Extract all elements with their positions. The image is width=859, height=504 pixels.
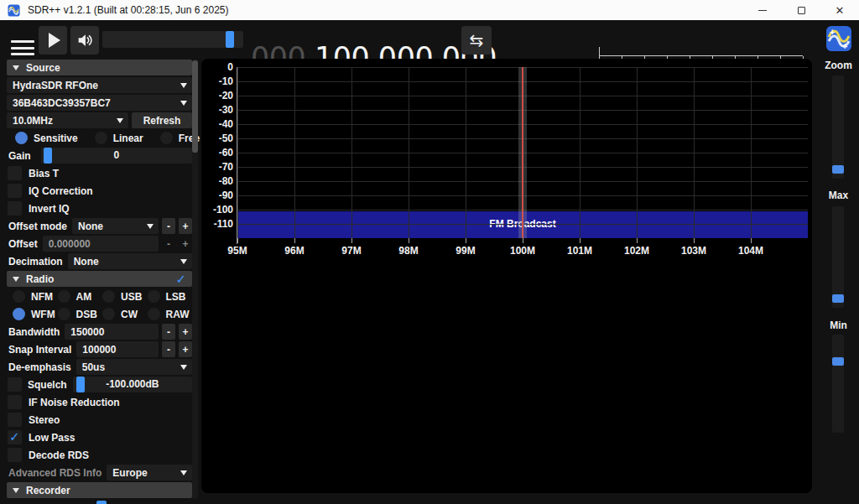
squelch-slider[interactable]: -100.000dB: [73, 377, 192, 392]
tuning-cursor-line[interactable]: [522, 67, 523, 238]
mode-usb[interactable]: USB: [102, 290, 148, 303]
checkbox-row-bias-t[interactable]: Bias T: [7, 165, 192, 181]
radio-enabled-checkbox[interactable]: ✓: [175, 273, 186, 285]
sdrpp-logo-icon: + +: [825, 25, 852, 52]
low-pass-checkbox[interactable]: [8, 430, 22, 444]
minimize-button[interactable]: [743, 0, 782, 20]
gridline-vertical: [580, 67, 580, 238]
max-slider[interactable]: [832, 206, 844, 308]
volume-slider[interactable]: [102, 31, 243, 48]
play-button[interactable]: [39, 26, 67, 55]
radio-icon[interactable]: [15, 132, 28, 144]
swap-arrows-icon: ⇆: [470, 30, 484, 50]
source-header-label: Source: [26, 62, 60, 74]
radio-section-header[interactable]: Radio ✓: [7, 271, 192, 287]
sidebar-scrollbar[interactable]: [192, 60, 198, 499]
source-device-value: HydraSDR RFOne: [13, 80, 98, 91]
radio-icon[interactable]: [95, 132, 107, 144]
titlebar[interactable]: + + SDR++ v1.2.1 (Built at 00:28:15, Jun…: [0, 0, 859, 20]
gain-label: Gain: [8, 150, 36, 162]
display-controls: Zoom Max Min: [818, 59, 859, 499]
if-noise-reduction-checkbox[interactable]: [8, 395, 22, 409]
samplerate-value: 10.0MHz: [13, 115, 53, 127]
rds-region-dropdown[interactable]: Europe: [107, 465, 192, 481]
stereo-checkbox[interactable]: [8, 413, 22, 427]
offset-minus-button[interactable]: -: [162, 236, 175, 252]
zoom-slider-handle[interactable]: [832, 165, 844, 174]
deemphasis-dropdown[interactable]: 50us: [76, 359, 192, 375]
y-axis-tick-label: -70: [201, 161, 233, 173]
maximize-button[interactable]: [782, 0, 820, 20]
mode-wfm[interactable]: WFM: [13, 308, 58, 320]
tuning-mode-button[interactable]: ⇆: [461, 26, 492, 55]
offset-mode-minus-button[interactable]: -: [162, 218, 175, 234]
mode-dsb[interactable]: DSB: [58, 308, 103, 320]
checkbox-row-stereo[interactable]: Stereo: [7, 412, 192, 428]
recorder-section-header[interactable]: Recorder: [7, 482, 192, 498]
radio-icon[interactable]: [102, 290, 115, 303]
checkbox-row-if-noise-reduction[interactable]: IF Noise Reduction: [7, 394, 192, 410]
max-slider-handle[interactable]: [832, 294, 844, 303]
mode-cw[interactable]: CW: [102, 308, 148, 320]
bandwidth-plus-button[interactable]: +: [179, 324, 192, 340]
bandwidth-minus-button[interactable]: -: [162, 324, 175, 340]
volume-button[interactable]: [70, 26, 99, 55]
recorder-partial-control[interactable]: [96, 501, 107, 504]
radio-icon[interactable]: [148, 308, 160, 320]
checkbox-row-decode-rds[interactable]: Decode RDS: [7, 447, 192, 463]
zoom-slider[interactable]: [832, 75, 844, 179]
snap-interval-input[interactable]: 100000: [76, 341, 159, 357]
offset-plus-button[interactable]: +: [179, 236, 192, 252]
x-axis-tick: [237, 238, 238, 243]
snap-plus-button[interactable]: +: [179, 341, 192, 357]
volume-slider-handle[interactable]: [226, 31, 234, 48]
menu-button[interactable]: [11, 39, 34, 57]
checkbox-row-low-pass[interactable]: Low Pass: [7, 429, 192, 445]
iq-correction-checkbox[interactable]: [8, 184, 22, 198]
fft-waterfall-display[interactable]: 0-10-20-30-40-50-60-70-80-90-100-110 FM …: [201, 59, 812, 493]
device-serial-dropdown[interactable]: 36B463DC39357BC7: [7, 95, 192, 111]
close-button[interactable]: ✕: [820, 0, 859, 20]
mode-lsb[interactable]: LSB: [148, 290, 193, 303]
min-slider[interactable]: [832, 335, 844, 433]
gain-mode-sensitive[interactable]: Sensitive: [15, 132, 78, 144]
offset-input[interactable]: 0.000000: [43, 236, 159, 252]
gain-mode-linear[interactable]: Linear: [95, 132, 143, 144]
squelch-checkbox[interactable]: [8, 377, 22, 392]
x-axis-tick: [637, 238, 638, 243]
x-axis-tick-label: 99M: [447, 245, 484, 257]
snap-minus-button[interactable]: -: [162, 341, 175, 357]
mode-raw[interactable]: RAW: [148, 308, 193, 320]
gridline-vertical: [751, 67, 752, 238]
source-device-dropdown[interactable]: HydraSDR RFOne: [7, 77, 192, 93]
decode-rds-checkbox[interactable]: [8, 448, 22, 462]
min-slider-handle[interactable]: [832, 357, 844, 366]
checkbox-row-iq-correction[interactable]: IQ Correction: [7, 183, 192, 199]
y-axis-tick-label: -90: [201, 190, 233, 201]
radio-icon[interactable]: [160, 132, 173, 144]
gain-slider[interactable]: 0: [41, 148, 192, 164]
radio-icon[interactable]: [58, 290, 70, 303]
decimation-dropdown[interactable]: None: [68, 253, 192, 269]
offset-mode-dropdown[interactable]: None: [72, 218, 159, 234]
mode-nfm[interactable]: NFM: [13, 290, 58, 303]
collapse-arrow-icon: [13, 65, 19, 70]
fft-y-axis-labels: 0-10-20-30-40-50-60-70-80-90-100-110: [201, 59, 233, 260]
refresh-button[interactable]: Refresh: [132, 112, 192, 128]
source-section-header[interactable]: Source: [7, 60, 192, 75]
mode-am[interactable]: AM: [58, 290, 103, 303]
radio-icon[interactable]: [102, 308, 115, 320]
samplerate-dropdown[interactable]: 10.0MHz: [7, 112, 128, 128]
checkbox-row-invert-iq[interactable]: Invert IQ: [7, 200, 192, 216]
x-axis-tick: [580, 238, 580, 243]
offset-mode-plus-button[interactable]: +: [179, 218, 192, 234]
fft-plot[interactable]: FM Broadcast: [237, 67, 808, 238]
bias-t-checkbox[interactable]: [8, 166, 22, 180]
radio-icon[interactable]: [148, 290, 160, 303]
radio-icon[interactable]: [13, 290, 25, 303]
radio-icon[interactable]: [13, 308, 25, 320]
bandwidth-input[interactable]: 150000: [65, 324, 159, 340]
radio-icon[interactable]: [58, 308, 70, 320]
sidebar-scrollbar-thumb[interactable]: [192, 60, 198, 153]
invert-iq-checkbox[interactable]: [8, 201, 22, 216]
